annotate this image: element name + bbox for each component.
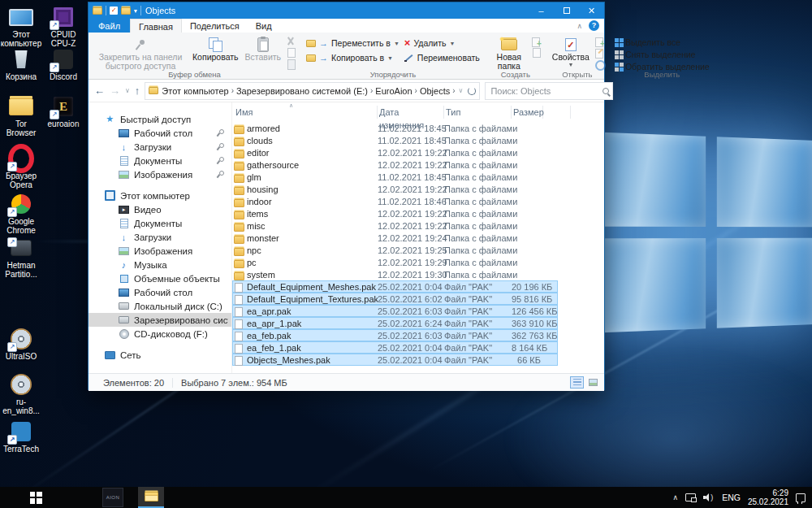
minimize-button[interactable]: – bbox=[529, 2, 554, 19]
nav-item[interactable]: Сеть bbox=[89, 348, 231, 362]
desktop-icon[interactable]: euroaion bbox=[42, 94, 84, 128]
back-button[interactable]: ← bbox=[94, 85, 105, 96]
desktop-icon[interactable]: UltraISO bbox=[0, 327, 42, 361]
file-row[interactable]: npc 12.02.2021 19:25 Папка с файлами bbox=[232, 244, 558, 256]
search-input[interactable] bbox=[489, 85, 603, 97]
tab-view[interactable]: Вид bbox=[248, 19, 280, 33]
copy-button[interactable]: Копировать bbox=[189, 35, 242, 63]
file-row[interactable]: items 12.02.2021 19:22 Папка с файлами bbox=[232, 207, 558, 219]
nav-item[interactable]: Объемные объекты bbox=[89, 271, 231, 285]
new-item-icon[interactable] bbox=[531, 37, 541, 46]
nav-item[interactable]: Изображения bbox=[89, 167, 231, 181]
start-button[interactable] bbox=[24, 487, 47, 508]
nav-item[interactable]: Музыка bbox=[89, 258, 231, 271]
file-row[interactable]: system 12.02.2021 19:30 Папка с файлами bbox=[232, 268, 558, 280]
desktop-icon[interactable]: CPUID CPU-Z bbox=[42, 5, 84, 48]
tab-share[interactable]: Поделиться bbox=[182, 19, 248, 33]
file-row[interactable]: ea_feb_1.pak 25.02.2021 0:04 Файл "PAK" … bbox=[232, 341, 558, 354]
details-view-button[interactable] bbox=[570, 376, 584, 389]
taskbar-clock[interactable]: 6:29 25.02.2021 bbox=[748, 488, 788, 506]
file-row[interactable]: ea_feb.pak 25.02.2021 6:03 Файл "PAK" 36… bbox=[232, 329, 558, 341]
desktop-icon[interactable]: Hetman Partitio... bbox=[0, 236, 42, 279]
open-icon[interactable] bbox=[594, 37, 604, 46]
column-header-date[interactable]: Дата изменения bbox=[378, 106, 444, 119]
breadcrumb-segment[interactable]: Зарезервировано системой (E:) › bbox=[236, 86, 373, 96]
file-row[interactable]: monster 12.02.2021 19:24 Папка с файлами bbox=[232, 232, 558, 244]
file-row[interactable]: Default_Equipment_Textures.pak 25.02.202… bbox=[232, 293, 558, 305]
network-icon[interactable] bbox=[685, 493, 696, 501]
tab-file[interactable]: Файл bbox=[89, 19, 130, 33]
tab-home[interactable]: Главная bbox=[130, 19, 182, 33]
nav-item[interactable]: Изображения bbox=[89, 244, 231, 258]
nav-item[interactable]: Локальный диск (C:) bbox=[89, 299, 231, 313]
file-row[interactable]: clouds 11.02.2021 18:45 Папка с файлами bbox=[232, 134, 558, 146]
new-folder-qat-icon[interactable] bbox=[121, 7, 131, 15]
history-icon[interactable] bbox=[594, 59, 604, 69]
rename-button[interactable]: Переименовать bbox=[402, 52, 482, 63]
nav-item[interactable]: Документы bbox=[89, 216, 231, 230]
desktop-icon[interactable]: Discord bbox=[42, 47, 84, 81]
nav-item[interactable]: Рабочий стол bbox=[89, 285, 231, 299]
clear-selection-button[interactable]: Снять выделение bbox=[612, 50, 712, 59]
new-folder-button[interactable]: Новая папка bbox=[489, 35, 529, 72]
paste-shortcut-icon[interactable] bbox=[286, 59, 296, 69]
desktop-icon[interactable]: ru-en_win8... bbox=[0, 372, 42, 415]
breadcrumb-segment[interactable]: EuroAion › bbox=[375, 86, 417, 96]
refresh-icon[interactable] bbox=[468, 87, 476, 95]
up-button[interactable]: ↑ bbox=[135, 85, 140, 96]
pin-to-quick-access-button[interactable]: Закрепить на панели быстрого доступа bbox=[92, 35, 189, 72]
qat-customize-icon[interactable]: ▾ bbox=[134, 7, 137, 15]
column-header-name[interactable]: Имя bbox=[234, 106, 378, 119]
volume-icon[interactable]: ) bbox=[703, 493, 715, 501]
file-row[interactable]: gathersource 12.02.2021 19:22 Папка с фа… bbox=[232, 158, 558, 171]
desktop-icon[interactable]: Корзина bbox=[0, 47, 42, 81]
select-all-button[interactable]: Выделить все bbox=[612, 37, 712, 47]
taskbar-aion-button[interactable]: AION bbox=[102, 488, 123, 507]
move-to-button[interactable]: → Переместить в▼ bbox=[304, 37, 402, 49]
nav-item[interactable]: Видео bbox=[89, 202, 231, 216]
file-row[interactable]: editor 12.02.2021 19:22 Папка с файлами bbox=[232, 146, 558, 158]
help-icon[interactable]: ? bbox=[589, 20, 599, 31]
desktop-icon[interactable]: TerraTech bbox=[0, 419, 42, 454]
nav-item[interactable]: Документы bbox=[89, 154, 231, 167]
file-row[interactable]: glm 11.02.2021 18:45 Папка с файлами bbox=[232, 171, 558, 183]
breadcrumb[interactable]: Этот компьютер › Зарезервировано системо… bbox=[145, 82, 480, 100]
copy-to-button[interactable]: → Копировать в▼ bbox=[304, 52, 402, 63]
desktop-icon[interactable]: Tor Browser bbox=[0, 94, 42, 137]
forward-button[interactable]: → bbox=[110, 85, 120, 96]
recent-locations-icon[interactable]: ∨ bbox=[125, 88, 130, 94]
nav-item[interactable]: Загрузки bbox=[89, 140, 231, 154]
desktop-icon[interactable]: Этот компьютер bbox=[0, 5, 42, 48]
column-header-size[interactable]: Размер bbox=[512, 106, 543, 119]
copy-path-icon[interactable] bbox=[286, 48, 296, 58]
edit-icon[interactable] bbox=[594, 48, 604, 58]
file-row[interactable]: housing 12.02.2021 19:22 Папка с файлами bbox=[232, 183, 558, 195]
desktop-icon[interactable]: Браузер Opera bbox=[0, 146, 42, 189]
nav-item[interactable]: Этот компьютер bbox=[89, 189, 231, 202]
file-row[interactable]: indoor 11.02.2021 18:46 Папка с файлами bbox=[232, 195, 558, 207]
thumbnails-view-button[interactable] bbox=[586, 376, 600, 389]
breadcrumb-segment[interactable]: Objects › bbox=[420, 86, 456, 96]
tray-overflow-icon[interactable]: ∧ bbox=[673, 493, 679, 501]
file-row[interactable]: ea_apr.pak 25.02.2021 6:03 Файл "PAK" 12… bbox=[232, 305, 558, 317]
taskbar-explorer-button[interactable] bbox=[138, 487, 164, 508]
language-indicator[interactable]: ENG bbox=[722, 493, 741, 502]
nav-item[interactable]: Загрузки bbox=[89, 230, 231, 244]
action-center-icon[interactable] bbox=[796, 493, 806, 502]
cut-icon[interactable] bbox=[286, 37, 296, 46]
nav-item[interactable]: Быстрый доступ bbox=[89, 112, 231, 126]
column-header-type[interactable]: Тип bbox=[444, 106, 512, 119]
file-row[interactable]: ea_apr_1.pak 25.02.2021 6:24 Файл "PAK" … bbox=[232, 317, 558, 329]
address-dropdown-icon[interactable]: ∨ bbox=[459, 88, 464, 94]
nav-item[interactable]: Рабочий стол bbox=[89, 126, 231, 140]
properties-button[interactable]: Свойства ▼ bbox=[549, 35, 593, 68]
file-row[interactable]: misc 12.02.2021 19:22 Папка с файлами bbox=[232, 219, 558, 232]
desktop-icon[interactable]: Google Chrome bbox=[0, 192, 42, 235]
collapse-ribbon-icon[interactable]: ∧ bbox=[577, 22, 582, 30]
properties-qat-icon[interactable]: ✓ bbox=[110, 7, 118, 15]
file-row[interactable]: Default_Equipment_Meshes.pak 25.02.2021 … bbox=[232, 280, 558, 293]
nav-item[interactable]: CD-дисковод (F:) bbox=[89, 327, 231, 341]
delete-button[interactable]: × Удалить▼ bbox=[402, 37, 482, 49]
maximize-button[interactable] bbox=[554, 2, 579, 19]
file-row[interactable]: pc 12.02.2021 19:29 Папка с файлами bbox=[232, 256, 558, 268]
